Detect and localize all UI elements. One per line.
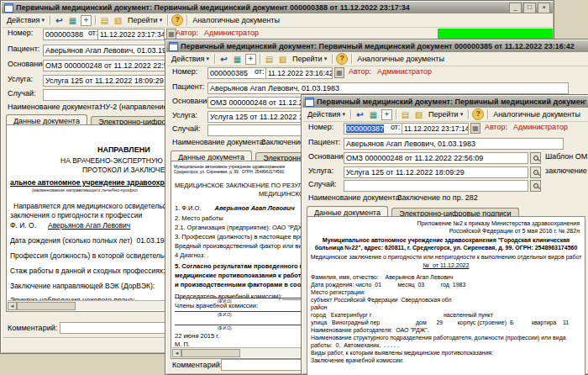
post-document-icon[interactable]: ↩ <box>354 109 365 120</box>
close-button[interactable]: × <box>538 3 550 13</box>
doc-line: Профессия (должность) в которой освидете… <box>10 251 182 260</box>
minimize-button[interactable]: _ <box>509 3 522 13</box>
magnifier-button[interactable] <box>530 166 541 178</box>
copy-document-icon[interactable]: ▤ <box>99 15 110 26</box>
calendar-button[interactable]: ▦ <box>470 123 480 134</box>
goto-button[interactable]: Перейти▾ <box>126 16 164 24</box>
scrollbar-thumb[interactable] <box>181 349 240 357</box>
window-title: Первичный медицинский документ: Первичны… <box>181 42 588 50</box>
new-document-icon[interactable]: + <box>245 54 256 65</box>
similar-documents-button[interactable]: Аналогичные документы <box>355 55 446 63</box>
new-document-icon[interactable]: + <box>381 109 392 120</box>
titlebar[interactable]: Первичный медицинский документ: Первичны… <box>166 40 588 52</box>
doc-line: Место регистрации: <box>311 289 365 295</box>
author-value: Администратор <box>204 29 259 37</box>
document-icon <box>169 42 178 51</box>
patient-field[interactable]: Аверьянов Агап Левович, 01.03.1983 <box>207 82 569 94</box>
mdi-background: Первичный медицинский документ: Первичны… <box>0 0 588 375</box>
doc-line: НА ВРАЧЕБНО-ЭКСПЕРТНУЮ <box>60 156 163 165</box>
doc-line: 2.1. Организация (предприятие): ОАО "РДЖ… <box>175 224 307 231</box>
goto-button[interactable]: Перейти▾ <box>427 110 465 119</box>
titlebar[interactable]: Первичный медицинский документ: Первичны… <box>2 2 553 13</box>
comment-label: Комментарий: <box>8 324 57 332</box>
similar-documents-button[interactable]: Аналогичные документы <box>491 110 582 119</box>
maximize-button[interactable]: □ <box>523 3 536 13</box>
reread-document-icon[interactable]: ▧ <box>113 15 123 26</box>
doc-line: Наименование структурного подразделения … <box>311 335 566 341</box>
document-movements-icon[interactable]: ▦ <box>232 54 243 65</box>
toolbar: Действия▾ ↩ ▦ + ▤ ▧ Перейти▾ ? Аналогичн… <box>303 108 588 122</box>
service-field[interactable]: Услуга 125 от 11.12.2022 18:09:29 <box>344 166 528 178</box>
doc-name-label: Наименование документа: <box>8 103 101 111</box>
toolbar: Действия▾ ↩ ▦ + ▤ ▧ Перейти▾ ? Аналогичн… <box>167 52 588 66</box>
doc-line: район <box>311 304 327 310</box>
author-value: Администратор <box>513 123 568 131</box>
doc-line: Председатель врачебной комиссии):_______… <box>175 293 310 300</box>
post-document-icon[interactable]: ↩ <box>218 54 229 65</box>
case-label: Случай: <box>308 180 336 188</box>
scroll-left-button[interactable]: ◄ <box>8 302 17 310</box>
number-label: Номер: <box>308 123 333 131</box>
doc-line: улица Виноградный пер дом 29 корпус (стр… <box>311 320 569 325</box>
date-field[interactable]: 11.12.2022 23:17:34 <box>97 29 165 40</box>
actions-button[interactable]: Действия▾ <box>5 16 46 24</box>
date-field[interactable]: 11.12.2022 23:17:14 <box>402 123 469 135</box>
separator <box>186 15 187 25</box>
separator <box>95 15 96 25</box>
basis-field[interactable]: ОМЗ 000000248 от 11.12.2022 22:56:09 <box>344 152 528 164</box>
similar-documents-button[interactable]: Аналогичные документы <box>191 16 281 24</box>
actions-button[interactable]: Действия▾ <box>170 55 211 63</box>
copy-document-icon[interactable]: ▤ <box>264 54 275 65</box>
titlebar[interactable]: Первичный медицинский документ: Первичны… <box>302 96 588 108</box>
scroll-left-button[interactable]: ◄ <box>172 349 181 357</box>
date-field[interactable]: 11.12.2022 23:16:42 <box>265 67 333 79</box>
doc-line: Фамилия, имя, отчество: Аверьянов Агап Л… <box>311 274 453 280</box>
from-label: от: <box>255 67 264 76</box>
doc-line: Российской Федерации от 5 мая 2016 г. № … <box>449 228 580 234</box>
case-field[interactable] <box>344 180 528 192</box>
help-icon[interactable]: ? <box>472 108 484 120</box>
copy-document-icon[interactable]: ▤ <box>400 109 411 120</box>
actions-button[interactable]: Действия▾ <box>306 110 347 119</box>
document-movements-icon[interactable]: ▦ <box>67 15 78 26</box>
doc-line: больница №22", адрес: 620811, г. Среднег… <box>307 245 585 251</box>
doc-line: Муниципальное автономное учреждение здра… <box>174 165 285 169</box>
patient-label: Пациент: <box>308 138 340 146</box>
reread-document-icon[interactable]: ▧ <box>277 54 288 65</box>
calendar-button[interactable]: ▦ <box>334 67 344 78</box>
separator <box>260 54 260 64</box>
reread-document-icon[interactable]: ▧ <box>413 109 424 120</box>
dropdown-arrow-icon: ▾ <box>41 17 45 24</box>
separator <box>350 109 351 119</box>
dropdown-arrow-icon: ▾ <box>324 55 328 62</box>
goto-button[interactable]: Перейти▾ <box>291 55 328 63</box>
scrollbar-thumb[interactable] <box>17 302 76 310</box>
from-label: от: <box>391 123 400 131</box>
doc-line: Виды работ, к которым выявлены медицинск… <box>311 350 493 356</box>
doc-line: субъект Российской Федерации Свердловска… <box>311 297 452 303</box>
separator <box>468 109 469 119</box>
doc-line: Наименование работодателя: ОАО "РДЖ". <box>311 327 429 333</box>
service-label: Услуга: <box>172 111 197 119</box>
document-view[interactable]: Приложение №2 к приказу Министерства здр… <box>307 216 585 375</box>
post-document-icon[interactable]: ↩ <box>54 15 65 26</box>
doc-line: 22 июня 2015 г. <box>175 332 219 340</box>
doc-line: НАПРАВЛЕНИ <box>97 145 150 154</box>
magnifier-button[interactable] <box>530 180 541 192</box>
new-document-icon[interactable]: + <box>81 15 92 26</box>
doc-line: Дата рождения: число 01 месяц 03 год 198… <box>311 282 465 288</box>
patient-field[interactable]: Аверьянов Агап Левович, 01.03.1983 <box>344 138 564 150</box>
number-label: Номер: <box>172 67 197 76</box>
doc-line: и производственными факторами в соот <box>175 281 304 288</box>
doc-line: Среднегорск, ул. Сиреневая, д. 99. ОГРН:… <box>174 170 284 174</box>
document-movements-icon[interactable]: ▦ <box>368 109 379 120</box>
tab-strip: Данные документа Электронно-цифровые под… <box>307 203 519 216</box>
magnifier-button[interactable] <box>530 152 541 164</box>
doc-line: 1. Ф.И.О.Аверьянов Агап Левович <box>175 204 295 212</box>
author-label: Автор: <box>349 67 371 76</box>
case-label: Случай: <box>8 89 35 98</box>
dropdown-arrow-icon: ▾ <box>160 17 163 24</box>
doc-name-label: Наименование документа: <box>308 193 402 202</box>
help-icon[interactable]: ? <box>171 14 183 26</box>
help-icon[interactable]: ? <box>336 53 348 65</box>
